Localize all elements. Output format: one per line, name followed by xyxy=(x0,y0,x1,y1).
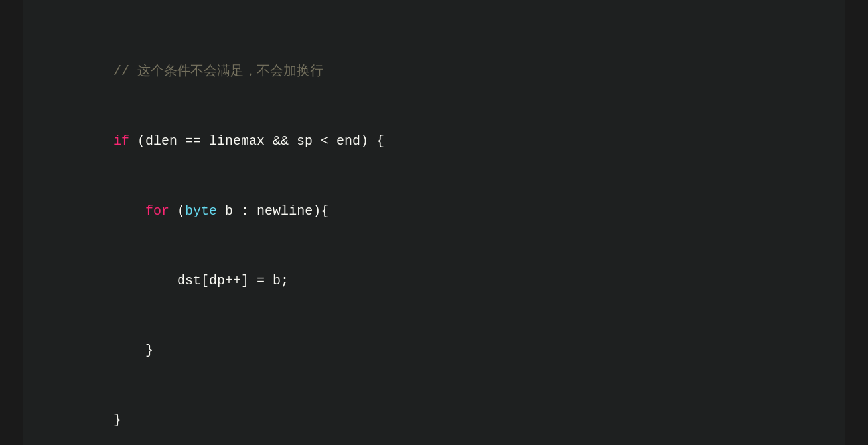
code-line-6: // 这个条件不会满足，不会加换行 xyxy=(50,60,818,83)
code-line-10: } xyxy=(50,339,818,362)
code-line-8: for (byte b : newline){ xyxy=(50,199,818,222)
code-block: private int encode0(byte[] src, int off,… xyxy=(50,0,818,445)
code-line-9: dst[dp++] = b; xyxy=(50,269,818,292)
code-window: private int encode0(byte[] src, int off,… xyxy=(23,0,845,445)
code-line-11: } xyxy=(50,408,818,432)
code-line-7: if (dlen == linemax && sp < end) { xyxy=(50,130,818,153)
